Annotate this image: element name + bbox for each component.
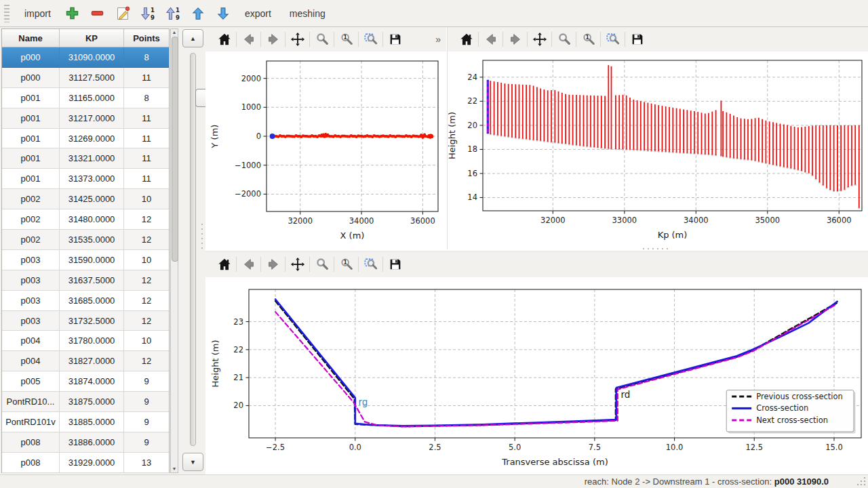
pan-button[interactable] [287,30,308,49]
export-button[interactable]: export [237,5,279,22]
next-section-button[interactable]: ▼ [182,453,203,471]
table-row[interactable]: p00431780.000010 [2,331,169,351]
home-button[interactable] [214,255,235,274]
toolbar-separator [236,32,237,47]
plot-long-svg: 3200033000340003500036000141618202224Kp … [448,52,868,249]
zoom-one-button[interactable]: 1 [336,30,357,49]
table-row[interactable]: p00131217.000011 [2,108,169,129]
save-button[interactable] [627,30,648,49]
svg-text:16: 16 [467,169,477,178]
save-button[interactable] [384,255,406,274]
longitudinal-plot-canvas[interactable]: 3200033000340003500036000141618202224Kp … [448,52,868,252]
cell-kp: 31590.0000 [60,250,124,270]
table-row[interactable]: p00131165.00008 [2,88,169,108]
column-header-kp[interactable]: KP [60,29,124,47]
table-row[interactable]: p00331685.000012 [2,291,169,311]
cell-points: 10 [124,331,169,350]
column-header-points[interactable]: Points [124,29,169,47]
zoom-button[interactable] [311,30,332,49]
svg-text:2000: 2000 [241,74,261,83]
toolbar-separator [260,32,261,47]
table-row[interactable]: p00831886.00009 [2,432,169,453]
forward-button[interactable] [262,255,283,274]
remove-button[interactable] [87,3,108,24]
table-row[interactable]: p00531874.00009 [2,371,169,392]
vertical-splitter-handle[interactable] [201,224,203,249]
svg-text:1: 1 [176,6,180,13]
previous-section-button[interactable]: ▲ [182,29,203,47]
home-button[interactable] [456,30,477,49]
svg-text:−1000: −1000 [235,161,261,170]
table-row[interactable]: p00331637.500012 [2,270,169,291]
save-button[interactable] [384,30,406,49]
svg-text:15.0: 15.0 [825,443,843,452]
pan-button[interactable] [287,255,308,274]
table-row[interactable]: p00231480.000012 [2,209,169,230]
table-row[interactable]: p00031127.500011 [2,68,169,88]
cross-section-plot-toolbar: 1 [205,251,868,277]
zoom-button[interactable] [311,255,332,274]
cross-section-plot-canvas[interactable]: −2.50.02.55.07.510.012.515.020212223Tran… [205,277,868,478]
cell-points: 9 [124,432,169,452]
section-slider-track[interactable] [190,53,196,446]
scrollbar-down-icon[interactable]: ▼ [171,466,178,472]
table-row[interactable]: p00131373.000011 [2,169,169,189]
table-scrollbar[interactable]: ▲ ▼ [170,28,178,473]
add-button[interactable] [62,3,83,24]
cell-kp: 31425.0000 [60,189,124,209]
meshing-menu[interactable]: meshing [282,5,333,22]
import-button[interactable]: import [17,5,58,22]
cross-section-table-panel: NameKPPoints p00031090.00008p00031127.50… [0,27,180,474]
zoom-one-button[interactable]: 1 [336,255,357,274]
scrollbar-up-icon[interactable]: ▲ [171,29,178,36]
forward-button[interactable] [262,30,283,49]
table-row[interactable]: p00131321.000011 [2,148,169,169]
cell-kp: 31165.0000 [60,88,124,108]
zoom-one-icon: 1 [339,32,354,47]
back-button[interactable] [238,30,259,49]
table-scrollbar-thumb[interactable] [172,37,178,262]
sort-descending-button[interactable]: 19 [137,3,159,24]
column-header-name[interactable]: Name [2,29,60,47]
table-row[interactable]: p00231535.000012 [2,230,169,250]
sort-ascending-button[interactable]: 19 [162,3,184,24]
home-button[interactable] [214,30,235,49]
sort-asc-icon: 19 [165,5,181,22]
section-navigator: ▲ ▼ [180,27,205,474]
edit-button[interactable] [112,3,134,24]
zoom-one-button[interactable]: 1 [578,30,599,49]
table-row[interactable]: PontRD10...31875.00009 [2,392,169,412]
forward-button[interactable] [505,30,526,49]
cell-points: 12 [124,209,169,229]
zoom-rect-button[interactable] [602,30,623,49]
cell-name: p004 [2,331,60,350]
table-row[interactable]: PontRD101v31885.00009 [2,412,169,432]
back-button[interactable] [238,255,259,274]
table-row[interactable]: p00231425.000010 [2,189,169,209]
window-resize-grip[interactable] [857,477,866,486]
toolbar-drag-grip[interactable] [4,5,9,22]
svg-text:20: 20 [233,401,243,410]
table-body: p00031090.00008p00031127.500011p00131165… [2,47,169,473]
move-up-button[interactable] [187,3,209,24]
svg-text:−2000: −2000 [235,189,261,199]
zoom-rect-button[interactable] [360,30,381,49]
back-button[interactable] [480,30,501,49]
table-row[interactable]: p00031090.00008 [2,47,169,68]
svg-text:22: 22 [467,96,477,106]
move-down-button[interactable] [212,3,234,24]
table-row[interactable]: p00131269.000011 [2,129,169,149]
zoom-rect-button[interactable] [360,255,381,274]
plan-plot-canvas[interactable]: 320003400036000200010000−1000−2000X (m)Y… [205,52,446,252]
table-row[interactable]: p00331732.500012 [2,311,169,331]
toolbar-overflow-button[interactable]: » [435,34,446,45]
svg-text:18: 18 [467,144,477,154]
pan-button[interactable] [529,30,550,49]
horizontal-splitter-handle[interactable] [643,248,668,249]
cell-kp: 31886.0000 [60,432,124,452]
table-row[interactable]: p00831929.000013 [2,453,169,473]
table-row[interactable]: p00431827.000012 [2,351,169,371]
table-row[interactable]: p00331590.000010 [2,250,169,270]
svg-text:20: 20 [467,121,477,130]
zoom-button[interactable] [553,30,574,49]
